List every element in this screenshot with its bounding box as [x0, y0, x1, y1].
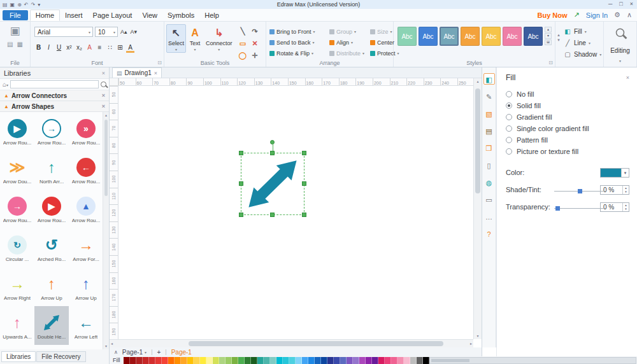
palette-color[interactable]: [219, 357, 225, 364]
fill-option-solid-fill[interactable]: Solid fill: [506, 100, 637, 111]
scroll-down-icon[interactable]: ▾: [103, 343, 109, 349]
fill-option-picture-or-texture-fill[interactable]: Picture or texture fill: [506, 146, 637, 157]
library-shape-arrow-for[interactable]: →Arrow For...: [69, 228, 103, 267]
palette-color[interactable]: [397, 357, 404, 364]
shade-slider-thumb[interactable]: [578, 189, 582, 193]
library-shape-double-he[interactable]: Double He...: [34, 306, 69, 345]
arrange-align[interactable]: Align▾: [329, 39, 369, 46]
palette-color[interactable]: [213, 357, 219, 364]
palette-color[interactable]: [251, 357, 257, 364]
shrink-font-button[interactable]: A▾: [130, 29, 138, 35]
transparency-slider-thumb[interactable]: [555, 206, 560, 211]
active-page-tab[interactable]: Page-1: [171, 349, 192, 356]
scrollbar-thumb[interactable]: [475, 88, 480, 193]
menu-file[interactable]: File: [3, 10, 28, 20]
resize-handle-br[interactable]: [302, 213, 306, 217]
font-style-button-9[interactable]: A: [126, 43, 134, 53]
resize-handle-t[interactable]: [270, 151, 275, 155]
rotation-handle[interactable]: [270, 140, 275, 144]
tool-text[interactable]: AText▾: [186, 24, 204, 53]
page-nav-dropdown[interactable]: Page-1▾: [122, 349, 147, 356]
palette-color[interactable]: [423, 357, 429, 364]
arrange-bring-to-front[interactable]: Bring to Front▾: [269, 29, 328, 35]
search-icon[interactable]: [101, 81, 106, 88]
palette-color[interactable]: [225, 357, 232, 364]
palette-color[interactable]: [340, 357, 347, 364]
fill-option-gradient-fill[interactable]: Gradient fill: [506, 111, 637, 123]
tab-drawing1[interactable]: ▤ Drawing1 ×: [112, 67, 162, 78]
palette-color[interactable]: [257, 357, 264, 364]
library-shape-arched-ro[interactable]: ↺Arched Ro...: [34, 228, 69, 267]
page-tool-icon[interactable]: ▯: [483, 159, 495, 171]
scrollbar-thumb[interactable]: [189, 341, 443, 346]
minimize-ribbon-icon[interactable]: ∧: [627, 11, 632, 19]
tool-connector[interactable]: ↳Connector▾: [204, 24, 234, 53]
hyperlink-tool-icon[interactable]: ◍: [483, 176, 495, 188]
palette-color[interactable]: [417, 357, 423, 364]
library-shape-arrow-rou[interactable]: →Arrow Rou...: [34, 112, 69, 151]
collapse-panel-icon[interactable]: ∧: [114, 349, 118, 355]
palette-color[interactable]: [372, 357, 378, 364]
palette-scrollbar[interactable]: [429, 357, 637, 364]
resize-handle-l[interactable]: [239, 181, 243, 186]
close-icon[interactable]: ×: [626, 74, 629, 81]
palette-color[interactable]: [321, 357, 327, 364]
arrange-send-to-back[interactable]: Send to Back▾: [269, 39, 328, 46]
fill-option-no-fill[interactable]: No fill: [506, 88, 637, 100]
style-swatch-7[interactable]: Abc: [524, 27, 543, 46]
palette-color[interactable]: [238, 357, 245, 364]
close-icon[interactable]: ×: [102, 103, 105, 109]
share-icon[interactable]: ↗: [574, 11, 580, 19]
gear-icon[interactable]: ⚙: [614, 11, 620, 19]
quick-access-icon[interactable]: ▾: [38, 2, 40, 8]
close-icon[interactable]: ×: [102, 92, 105, 99]
fill-tool-icon[interactable]: ◧: [483, 73, 495, 85]
fill-option-pattern-fill[interactable]: Pattern fill: [506, 134, 637, 146]
palette-color[interactable]: [232, 357, 238, 364]
menu-symbols[interactable]: Symbols: [162, 10, 199, 20]
palette-color[interactable]: [359, 357, 366, 364]
theme-tool-icon[interactable]: ▧: [483, 108, 495, 119]
dialog-launcher-icon[interactable]: ⊡: [548, 60, 553, 66]
close-icon[interactable]: ×: [154, 70, 157, 76]
palette-color[interactable]: [391, 357, 397, 364]
palette-color[interactable]: [296, 357, 302, 364]
shade-slider[interactable]: [554, 189, 605, 193]
font-style-button-7[interactable]: ∷: [106, 43, 114, 53]
library-shape-arrow-rou[interactable]: ▶Arrow Rou...: [0, 112, 34, 151]
palette-color[interactable]: [347, 357, 353, 364]
palette-color[interactable]: [200, 357, 206, 364]
draw-tool-2[interactable]: ▭: [237, 38, 248, 49]
library-shape-arrow-dou[interactable]: ≫Arrow Dou...: [0, 151, 34, 190]
palette-color[interactable]: [378, 357, 385, 364]
chevron-down-icon[interactable]: ▾: [604, 56, 636, 64]
scrollbar-thumb[interactable]: [431, 359, 469, 362]
scroll-down-icon[interactable]: ▾: [545, 33, 552, 39]
font-style-button-5[interactable]: A: [85, 43, 94, 53]
font-family-select[interactable]: Arial▾: [34, 27, 93, 37]
scroll-up-icon[interactable]: ▲: [557, 33, 561, 37]
palette-color[interactable]: [283, 357, 289, 364]
library-shape-arrow-up[interactable]: ↑Arrow Up: [34, 267, 69, 306]
drawing-canvas[interactable]: [118, 86, 473, 339]
scroll-down-icon[interactable]: ▾: [474, 333, 482, 339]
palette-color[interactable]: [302, 357, 308, 364]
palette-color[interactable]: [385, 357, 391, 364]
vertical-scrollbar[interactable]: ▴ ▾: [473, 78, 482, 339]
transparency-slider[interactable]: [554, 206, 605, 211]
library-tool-icon[interactable]: ❒: [483, 142, 495, 153]
palette-color[interactable]: [327, 357, 334, 364]
palette-color[interactable]: [130, 357, 136, 364]
font-style-button-2[interactable]: U: [55, 43, 63, 53]
editing-label[interactable]: Editing: [604, 47, 636, 54]
spinner-arrows[interactable]: ▴▾: [622, 203, 629, 211]
palette-color[interactable]: [155, 357, 162, 364]
tool-select[interactable]: ↖Select▾: [166, 24, 186, 53]
palette-color[interactable]: [136, 357, 143, 364]
resize-handle-bl[interactable]: [239, 213, 243, 217]
palette-color[interactable]: [194, 357, 200, 364]
expand-styles-icon[interactable]: ⊞: [545, 39, 552, 45]
palette-color[interactable]: [124, 357, 130, 364]
close-icon[interactable]: ×: [102, 70, 105, 76]
menu-insert[interactable]: Insert: [60, 10, 88, 20]
